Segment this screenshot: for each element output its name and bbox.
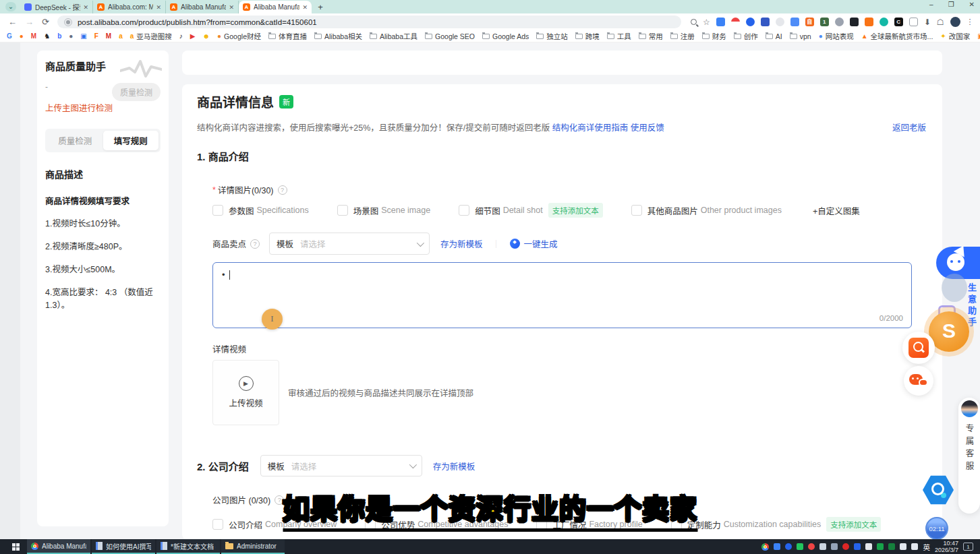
bookmark-item[interactable]: ♪ — [179, 32, 183, 40]
site-info-icon[interactable] — [64, 18, 72, 26]
tray-app-icon[interactable] — [797, 543, 803, 550]
bookmark-item[interactable]: G — [7, 32, 12, 40]
taskbar-item-notepad-2[interactable]: *新建文本文档 (2).t... — [156, 539, 220, 554]
bookmark-folder[interactable]: Google Ads — [482, 32, 529, 40]
tray-app-icon[interactable] — [854, 543, 861, 550]
one-click-generate-link[interactable]: 一键生成 — [524, 237, 558, 250]
tray-app-icon[interactable] — [888, 543, 895, 550]
bookmark-item[interactable]: ●网站表现 — [819, 31, 854, 41]
exclusive-service-widget[interactable]: 专属客服 — [958, 398, 980, 514]
extension-icon[interactable] — [761, 18, 770, 26]
tab-close-icon[interactable]: ✕ — [83, 4, 88, 11]
tray-network-icon[interactable] — [900, 543, 906, 550]
wechat-icon[interactable] — [904, 366, 933, 396]
bookmark-folder[interactable]: Google SEO — [425, 32, 475, 40]
bookmark-item[interactable]: ▣ — [80, 32, 86, 40]
tray-chrome-icon[interactable] — [761, 543, 769, 551]
tray-mic-icon[interactable] — [819, 543, 826, 550]
bookmark-item[interactable]: ▶ — [190, 32, 196, 40]
url-bar[interactable]: post.alibaba.com/product/publish.htm?fro… — [57, 16, 681, 28]
taskbar-clock[interactable]: 10:47 2026/3/7 — [935, 540, 958, 553]
bookmark-item[interactable]: a — [119, 32, 123, 40]
extension-icon[interactable] — [731, 18, 740, 26]
tab-close-icon[interactable]: ✕ — [229, 4, 234, 11]
tab-filling-rules[interactable]: 填写规则 — [103, 131, 159, 150]
extension-icon[interactable]: 1 — [820, 18, 829, 26]
bookmark-folder[interactable]: vpn — [790, 32, 811, 40]
tab-close-icon[interactable]: ✕ — [302, 4, 308, 11]
tab-alibaba-manufacturers[interactable]: A Alibaba.com: Manufacturers... ✕ — [93, 1, 166, 13]
download-icon[interactable]: ⬇ — [924, 18, 931, 27]
help-icon[interactable]: ? — [250, 239, 260, 249]
checkbox-scene-image[interactable]: 场景图 Scene image — [337, 204, 430, 217]
window-minimize-button[interactable]: – — [929, 1, 933, 8]
browser-menu-icon[interactable]: ⋮ — [967, 18, 974, 26]
checkbox-icon[interactable] — [337, 205, 348, 216]
extension-icon[interactable] — [716, 18, 725, 26]
bookmark-folder[interactable]: 独立站 — [536, 31, 568, 41]
tray-usb-icon[interactable] — [774, 543, 780, 550]
quality-check-button[interactable]: 质量检测 — [112, 83, 161, 101]
extension-icon[interactable]: 自 — [805, 18, 814, 26]
bookmark-item[interactable]: ✦改国家 — [940, 31, 970, 41]
windows-start-button[interactable] — [5, 539, 26, 554]
window-restore-button[interactable]: ❐ — [948, 1, 954, 8]
back-icon[interactable]: ← — [8, 17, 17, 27]
bookmark-item[interactable]: ☻ — [203, 32, 210, 40]
tray-app-icon[interactable] — [808, 543, 815, 550]
extension-icon[interactable] — [835, 18, 844, 26]
tray-battery-icon[interactable] — [865, 543, 872, 550]
tray-app-icon[interactable] — [842, 543, 849, 550]
notification-center-icon[interactable]: 1 — [963, 543, 973, 551]
tab-alibaba-direct-active[interactable]: A Alibaba Manufacturer Direct... ✕ — [239, 1, 312, 13]
window-close-button[interactable]: ✕ — [969, 1, 975, 8]
bookmark-folder[interactable]: 体育直播 — [268, 31, 307, 41]
new-tab-button[interactable]: + — [314, 1, 326, 13]
tray-app-icon[interactable] — [877, 543, 884, 550]
bookmark-folder[interactable]: 创作 — [734, 31, 758, 41]
extension-icon[interactable] — [850, 18, 859, 26]
extension-icon[interactable] — [880, 18, 888, 26]
bookmark-item[interactable]: a亚马逊图搜 — [130, 31, 172, 41]
selling-point-editor[interactable]: • 0/2000 I — [212, 262, 912, 328]
bookmark-item[interactable]: M — [31, 32, 36, 40]
extension-icon[interactable] — [865, 18, 873, 26]
upload-main-image-link[interactable]: 上传主图进行检测 — [45, 101, 161, 114]
bookmark-item[interactable]: ● — [20, 32, 24, 40]
bookmark-folder[interactable]: 跨境 — [575, 31, 600, 41]
checkbox-icon[interactable] — [459, 205, 469, 216]
checkbox-detail-shot[interactable]: 细节图 Detail shot 支持添加文本 — [459, 203, 603, 218]
bookmark-folder[interactable]: 注册 — [670, 31, 695, 41]
reload-icon[interactable]: ⟳ — [42, 17, 49, 27]
profile-avatar[interactable] — [950, 17, 960, 27]
tab-alibaba-direct-1[interactable]: A Alibaba Manufacturer Direct... ✕ — [166, 1, 239, 13]
tab-close-icon[interactable]: ✕ — [156, 4, 161, 11]
zoom-icon[interactable] — [691, 19, 697, 25]
back-to-old-version-link[interactable]: 返回老版 — [892, 121, 926, 133]
ime-indicator[interactable]: 英 — [923, 542, 930, 552]
bookmark-folder[interactable]: 常用 — [639, 31, 663, 41]
extension-icon[interactable]: C — [894, 18, 903, 26]
tab-quality-check[interactable]: 质量检测 — [47, 131, 103, 150]
tab-deepseek[interactable]: DeepSeek - 探索未至之境 ✕ — [20, 1, 93, 13]
tab-search-chevron-icon[interactable]: ⌄ — [5, 2, 16, 11]
checkbox-icon[interactable] — [212, 205, 223, 216]
bookmark-item[interactable]: b — [57, 32, 61, 40]
tray-volume-icon[interactable] — [911, 543, 918, 550]
checkbox-other-product-images[interactable]: 其他商品图片 Other product images — [631, 204, 782, 217]
bookmark-folder[interactable]: AI — [766, 32, 782, 40]
save-as-template-link[interactable]: 存为新模板 — [433, 460, 475, 472]
bookmark-item[interactable]: ●Google财经 — [217, 31, 261, 41]
feedback-link[interactable]: 使用反馈 — [631, 123, 664, 133]
voice-assistant-icon[interactable] — [942, 274, 967, 302]
extension-icon[interactable] — [790, 18, 799, 26]
extensions-menu-icon[interactable] — [909, 18, 918, 26]
checkbox-icon[interactable] — [212, 519, 223, 530]
extension-icon[interactable] — [776, 18, 784, 26]
checkbox-customization-capabilities[interactable]: 定制能力 Customization capabilities 支持添加文本 — [671, 517, 882, 532]
extension-icon[interactable] — [746, 18, 755, 26]
skype-icon[interactable]: S — [929, 311, 969, 352]
bookmark-item[interactable]: ● — [69, 32, 73, 40]
bookmark-folder[interactable]: 财务 — [702, 31, 726, 41]
taskbar-item-administrator[interactable]: Administrator — [221, 539, 285, 554]
